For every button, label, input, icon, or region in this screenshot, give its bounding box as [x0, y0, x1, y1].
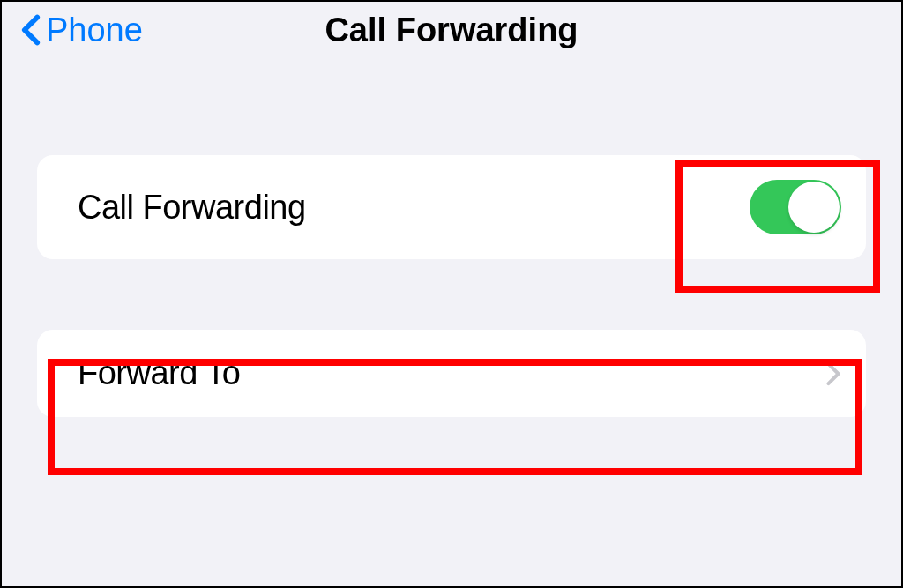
content-area: Call Forwarding Forward To: [2, 155, 901, 417]
chevron-left-icon: [21, 14, 41, 46]
call-forwarding-toggle[interactable]: [750, 180, 841, 234]
chevron-right-icon: [825, 361, 841, 386]
back-label: Phone: [46, 11, 143, 49]
forward-to-row[interactable]: Forward To: [37, 330, 866, 417]
toggle-knob: [788, 182, 840, 233]
call-forwarding-label: Call Forwarding: [78, 189, 306, 227]
back-button[interactable]: Phone: [21, 11, 143, 49]
page-title: Call Forwarding: [325, 11, 578, 49]
call-forwarding-row: Call Forwarding: [37, 155, 866, 259]
navigation-bar: Phone Call Forwarding: [2, 2, 901, 58]
forward-to-label: Forward To: [78, 354, 240, 392]
